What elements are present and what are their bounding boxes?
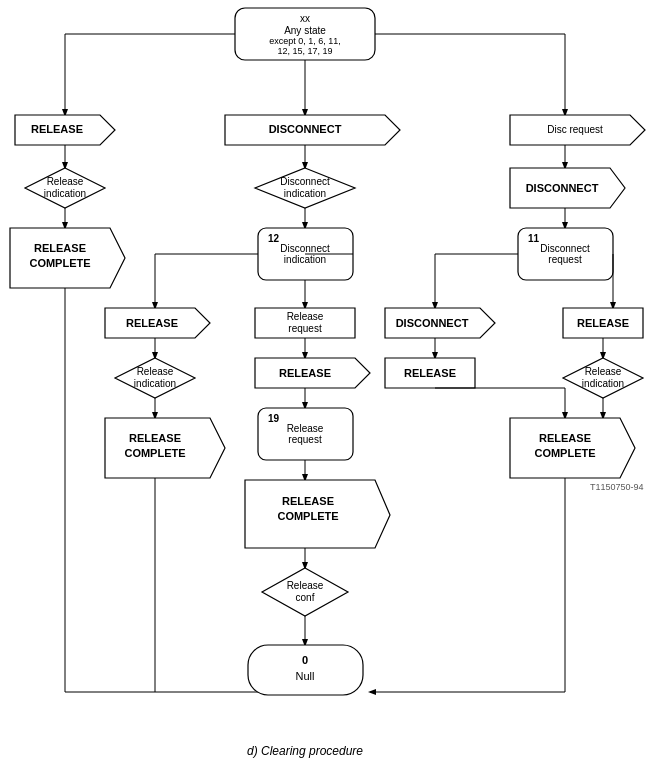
- release-complete-ll-label: RELEASE: [129, 432, 181, 444]
- release-rr-label: RELEASE: [577, 317, 629, 329]
- release-ind-rr-label: Release: [585, 366, 622, 377]
- disconnect-center-label: DISCONNECT: [269, 123, 342, 135]
- state0-text: Null: [296, 670, 315, 682]
- disconnect-right-label: DISCONNECT: [526, 182, 599, 194]
- release-complete-rr-label2: COMPLETE: [534, 447, 595, 459]
- release-lc-label: RELEASE: [279, 367, 331, 379]
- xx-state-text2: except 0, 1, 6, 11,: [269, 36, 341, 46]
- release-req-lc-label2: request: [288, 323, 322, 334]
- release-ind-left-label: Release: [47, 176, 84, 187]
- release-left-label: RELEASE: [31, 123, 83, 135]
- release-ind-ll-label: Release: [137, 366, 174, 377]
- release-complete-rr-label: RELEASE: [539, 432, 591, 444]
- disc-request-label: Disc request: [547, 124, 603, 135]
- xx-state-label: xx: [300, 13, 310, 24]
- state19-text1: Release: [287, 423, 324, 434]
- state19-label: 19: [268, 413, 280, 424]
- release-complete-center-label: RELEASE: [282, 495, 334, 507]
- state12-label: 12: [268, 233, 280, 244]
- release-complete-ll-label2: COMPLETE: [124, 447, 185, 459]
- release-ind-ll-label2: indication: [134, 378, 176, 389]
- xx-state-text1: Any state: [284, 25, 326, 36]
- release-ind-rr-label2: indication: [582, 378, 624, 389]
- caption: d) Clearing procedure: [247, 744, 363, 758]
- state11-text1: Disconnect: [540, 243, 590, 254]
- state0-label: 0: [302, 654, 308, 666]
- release-complete-center-label2: COMPLETE: [277, 510, 338, 522]
- state19-text2: request: [288, 434, 322, 445]
- release-conf-label: Release: [287, 580, 324, 591]
- diagram-container: xx Any state except 0, 1, 6, 11, 12, 15,…: [0, 0, 653, 760]
- state12-text2: indication: [284, 254, 326, 265]
- release-rc-label: RELEASE: [404, 367, 456, 379]
- state-diagram: xx Any state except 0, 1, 6, 11, 12, 15,…: [0, 0, 653, 760]
- release-ll-label: RELEASE: [126, 317, 178, 329]
- state11-label: 11: [528, 233, 540, 244]
- release-ind-left-label2: indication: [44, 188, 86, 199]
- state12-text1: Disconnect: [280, 243, 330, 254]
- watermark: T1150750-94: [590, 482, 644, 492]
- state11-text2: request: [548, 254, 582, 265]
- xx-state-text3: 12, 15, 17, 19: [277, 46, 332, 56]
- release-conf-label2: conf: [296, 592, 315, 603]
- release-req-lc-label: Release: [287, 311, 324, 322]
- release-complete-left-label: RELEASE: [34, 242, 86, 254]
- disconnect-rc-label: DISCONNECT: [396, 317, 469, 329]
- disconnect-ind-label: Disconnect: [280, 176, 330, 187]
- disconnect-ind-label2: indication: [284, 188, 326, 199]
- release-complete-left-label2: COMPLETE: [29, 257, 90, 269]
